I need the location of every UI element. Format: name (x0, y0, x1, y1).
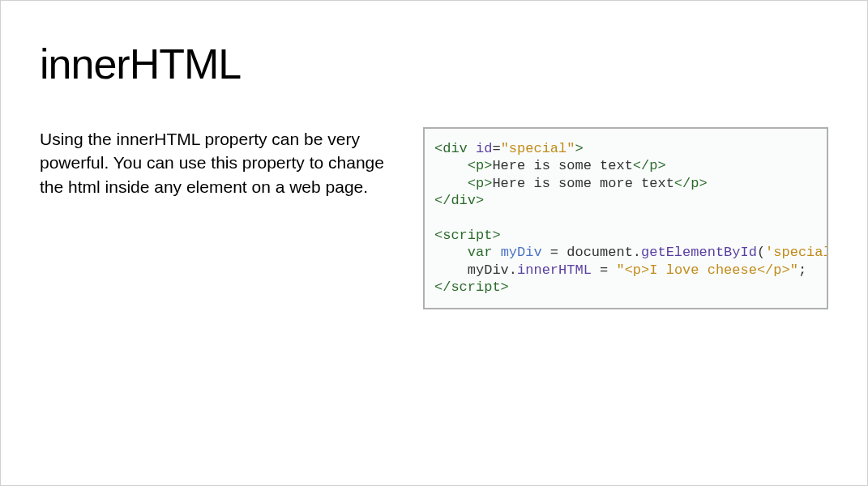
code-token: "<p>I love cheese</p>" (616, 262, 797, 278)
code-token: <p> (468, 158, 493, 173)
code-token: <script> (434, 228, 501, 243)
code-token: </scr (434, 279, 476, 295)
code-token: = (592, 262, 617, 278)
code-token: var (468, 245, 493, 260)
code-token: </p> (674, 176, 708, 191)
code-token: > (575, 141, 583, 156)
code-token (492, 245, 500, 260)
code-token: ( (757, 245, 765, 260)
code-token: <p> (468, 176, 493, 191)
code-token: <div (434, 141, 468, 156)
code-token (434, 158, 468, 173)
code-block: <div id="special"> <p>Here is some text<… (423, 127, 828, 309)
code-token (468, 141, 476, 156)
code-token: ; (798, 262, 806, 278)
code-token: </p> (633, 158, 666, 173)
code-token: = (492, 141, 500, 156)
code-token: </div> (434, 193, 484, 208)
code-token: Here is some more text (492, 176, 673, 191)
code-token: myDiv. (468, 262, 517, 278)
code-token: innerHTML (517, 262, 592, 278)
content-row: Using the innerHTML property can be very… (40, 127, 828, 309)
description-text: Using the innerHTML property can be very… (40, 127, 400, 198)
code-token (434, 245, 468, 260)
code-token: ipt> (476, 279, 509, 295)
slide-title: innerHTML (40, 40, 828, 88)
code-token: Here is some text (492, 158, 632, 173)
code-token: = document. (542, 245, 641, 260)
code-token: id (476, 141, 492, 156)
code-token: myDiv (501, 245, 542, 260)
code-token: getElementById (641, 245, 757, 260)
code-token: 'special' (765, 245, 828, 260)
code-token (434, 176, 468, 191)
code-token: "special" (501, 141, 575, 156)
